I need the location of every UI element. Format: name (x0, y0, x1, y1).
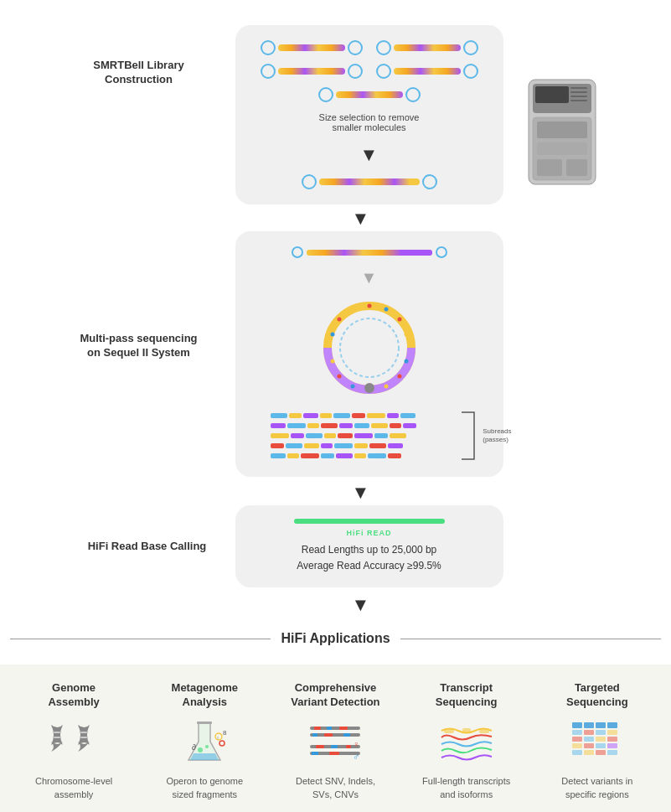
svg-rect-47 (271, 433, 289, 438)
loop-left (261, 64, 276, 79)
dna-molecule-long (302, 174, 437, 189)
svg-point-13 (367, 304, 371, 308)
arrow-to-applications: ▼ (352, 596, 370, 614)
instrument-diagram (520, 75, 604, 196)
svg-rect-43 (354, 423, 369, 428)
arrow-to-circle: ▼ (361, 268, 378, 287)
svg-rect-72 (54, 737, 60, 738)
svg-rect-120 (584, 750, 594, 755)
svg-point-24 (337, 318, 341, 322)
hifi-read-label: HiFi READ (255, 529, 483, 537)
dna-bar-med (307, 250, 432, 256)
svg-rect-38 (271, 423, 286, 428)
small-loop-left (292, 246, 303, 258)
multipass-content: ▼ (250, 246, 488, 462)
app-desc-transcript: Full-length transcripts and isoforms (422, 775, 510, 801)
svg-rect-88 (312, 733, 317, 737)
dna-molecule (376, 40, 478, 55)
svg-text:♀: ♀ (353, 739, 359, 749)
svg-point-16 (404, 333, 408, 337)
subread-row-5 (269, 452, 470, 460)
app-desc-metagenome: Operon to genome sized fragments (166, 775, 243, 801)
svg-rect-65 (301, 453, 319, 458)
svg-rect-112 (584, 737, 594, 742)
svg-rect-59 (334, 443, 353, 448)
dna-bar-long (319, 178, 420, 185)
svg-rect-57 (304, 443, 319, 448)
svg-point-79 (219, 741, 225, 746)
svg-rect-113 (596, 737, 606, 742)
svg-rect-101 (462, 728, 471, 733)
app-title-transcript: Transcript Sequencing (436, 681, 498, 710)
step-hifi-calling: HiFi Read Base Calling HiFi READ Read Le… (0, 505, 671, 587)
app-desc-targeted: Detect variants in specific regions (561, 775, 632, 801)
loop-right (348, 40, 363, 55)
svg-rect-6 (570, 100, 587, 101)
svg-rect-54 (390, 433, 406, 438)
dna-molecule (318, 87, 421, 102)
svg-point-76 (198, 747, 203, 753)
svg-rect-11 (566, 159, 587, 176)
svg-rect-34 (352, 413, 365, 418)
dna-molecule (261, 64, 363, 79)
svg-rect-52 (354, 433, 373, 438)
chromosome-icon (44, 718, 103, 768)
main-container: SMRTBell Library Construction (0, 0, 671, 812)
svg-rect-62 (388, 443, 403, 448)
hifi-applications-header: HiFi Applications (0, 631, 671, 646)
svg-rect-50 (324, 433, 336, 438)
app-title-metagenome: Metagenome Analysis (172, 681, 238, 710)
svg-text:♂: ♂ (353, 752, 359, 762)
svg-rect-29 (271, 413, 287, 418)
subreads-container: Subreads (passes) (269, 410, 470, 462)
hifi-read-info: Read Lengths up to 25,000 bp Average Rea… (255, 542, 483, 574)
svg-rect-31 (303, 413, 318, 418)
svg-text:∂: ∂ (192, 742, 196, 752)
svg-rect-106 (607, 722, 617, 728)
svg-rect-70 (388, 453, 401, 458)
flask-icon: ○ ∂ 8 (175, 718, 234, 768)
smrtbell-diagram: Size selection to removesmaller molecule… (235, 25, 503, 204)
svg-rect-46 (403, 423, 416, 428)
subreads-bracket: Subreads (passes) (457, 410, 511, 462)
svg-rect-53 (374, 433, 388, 438)
loop-right (348, 64, 363, 79)
svg-rect-73 (80, 732, 87, 733)
arrow-step1-step2: ▼ (352, 209, 370, 228)
step-label-hifi: HiFi Read Base Calling (68, 540, 235, 554)
svg-rect-95 (346, 745, 351, 748)
app-desc-genome: Chromosome-level assembly (35, 775, 112, 801)
loop-left (376, 64, 391, 79)
svg-rect-114 (607, 737, 617, 742)
step-multipass: Multi-pass sequencing on Sequel II Syste… (0, 231, 671, 477)
svg-rect-32 (320, 413, 332, 418)
applications-row: Genome Assembly Chromosome-level assembl… (0, 665, 671, 812)
svg-rect-5 (570, 96, 587, 97)
svg-rect-67 (336, 453, 353, 458)
svg-rect-109 (596, 730, 606, 735)
loop-right (463, 64, 478, 79)
svg-point-21 (337, 375, 341, 379)
svg-rect-37 (400, 413, 416, 418)
svg-rect-68 (354, 453, 366, 458)
svg-rect-86 (327, 727, 332, 730)
svg-rect-90 (343, 733, 350, 737)
svg-rect-108 (584, 730, 594, 735)
dna-bar (278, 68, 345, 75)
svg-rect-69 (368, 453, 386, 458)
svg-rect-105 (596, 722, 606, 728)
svg-rect-30 (289, 413, 302, 418)
svg-rect-8 (537, 122, 587, 138)
svg-point-17 (404, 359, 408, 364)
svg-rect-115 (572, 743, 582, 748)
svg-rect-111 (572, 737, 582, 742)
svg-point-18 (397, 375, 401, 379)
hifi-applications-title: HiFi Applications (281, 631, 390, 646)
svg-rect-51 (338, 433, 353, 438)
svg-rect-10 (537, 159, 562, 176)
loop-right (422, 174, 437, 189)
app-card-genome-assembly: Genome Assembly Chromosome-level assembl… (15, 681, 132, 801)
subread-row-2 (269, 422, 470, 430)
step-label-multipass: Multi-pass sequencing on Sequel II Syste… (59, 231, 227, 360)
svg-rect-44 (371, 423, 388, 428)
